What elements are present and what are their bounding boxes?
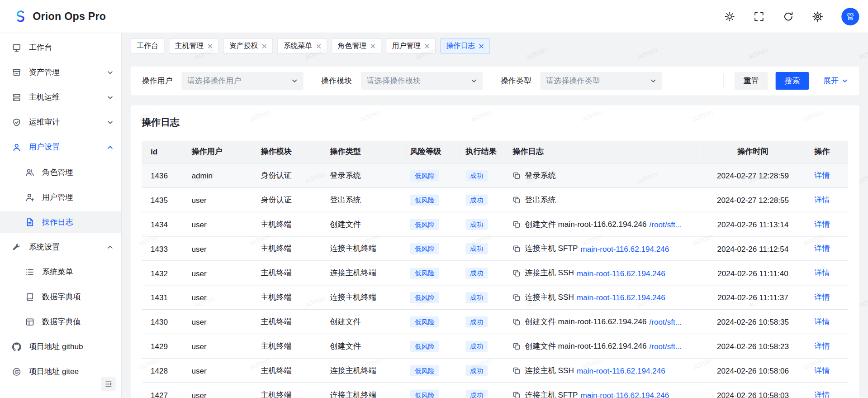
expand-label: 展开	[823, 76, 839, 86]
sidebar-item[interactable]: 系统设置	[0, 236, 121, 258]
risk-badge: 低风险	[410, 268, 439, 278]
cell-module: 身份认证	[252, 163, 321, 187]
sidebar-item[interactable]: 项目地址 github	[0, 336, 121, 358]
tab[interactable]: 系统菜单	[277, 38, 327, 53]
sidebar-item[interactable]: 操作日志	[0, 211, 121, 233]
tab[interactable]: 用户管理	[386, 38, 436, 53]
cell-id: 1436	[142, 163, 183, 187]
cell-module: 主机终端	[252, 383, 321, 398]
cell-module: 主机终端	[252, 261, 321, 285]
log-link[interactable]: main-root-116.62.194.246	[580, 244, 669, 253]
settings-icon[interactable]	[812, 11, 823, 22]
detail-link[interactable]: 详情	[814, 390, 830, 398]
column-header: id	[142, 141, 183, 163]
cell-time: 2024-02-27 12:28:55	[700, 187, 806, 212]
detail-link[interactable]: 详情	[814, 268, 830, 277]
sidebar-item[interactable]: 角色管理	[0, 161, 121, 183]
tab[interactable]: 操作日志	[440, 38, 490, 53]
cell-action: 详情	[806, 383, 848, 398]
tab-bar: 工作台主机管理资产授权系统菜单角色管理用户管理操作日志	[122, 33, 868, 58]
risk-badge: 低风险	[410, 243, 439, 254]
tab-close-icon[interactable]	[262, 43, 267, 48]
cell-risk: 低风险	[401, 236, 456, 261]
select-placeholder: 请选择操作用户	[187, 76, 242, 86]
search-button[interactable]: 搜索	[776, 72, 809, 90]
copy-icon[interactable]	[512, 172, 520, 179]
tab[interactable]: 主机管理	[169, 38, 218, 53]
detail-link[interactable]: 详情	[814, 316, 830, 326]
copy-icon[interactable]	[512, 391, 520, 398]
tab-label: 角色管理	[338, 41, 367, 51]
expand-toggle[interactable]: 展开	[823, 76, 848, 86]
cell-action: 详情	[806, 163, 848, 187]
copy-icon[interactable]	[512, 367, 520, 374]
sidebar-item[interactable]: 主机运维	[0, 86, 121, 109]
sidebar-item[interactable]: 工作台	[0, 37, 121, 59]
refresh-icon[interactable]	[783, 11, 794, 22]
tab-close-icon[interactable]	[208, 43, 213, 48]
risk-badge: 低风险	[410, 389, 439, 398]
detail-link[interactable]: 详情	[814, 365, 830, 374]
cell-result: 成功	[457, 261, 504, 285]
tab-close-icon[interactable]	[425, 43, 430, 48]
avatar[interactable]: 管	[841, 8, 859, 25]
detail-link[interactable]: 详情	[814, 244, 830, 253]
copy-icon[interactable]	[512, 293, 520, 301]
filter-fields: 操作用户请选择操作用户操作模块请选择操作模块操作类型请选择操作类型	[142, 72, 680, 90]
copy-icon[interactable]	[512, 245, 520, 252]
log-link[interactable]: main-root-116.62.194.246	[577, 293, 665, 302]
result-badge: 成功	[465, 194, 488, 205]
column-header: 操作模块	[252, 141, 321, 163]
log-link[interactable]: main-root-116.62.194.246	[577, 366, 665, 375]
cell-module: 主机终端	[252, 310, 321, 334]
cell-id: 1432	[142, 261, 183, 285]
copy-icon[interactable]	[512, 318, 520, 326]
log-link[interactable]: /root/sft...	[650, 342, 682, 351]
tab-close-icon[interactable]	[316, 43, 321, 48]
sidebar-item[interactable]: 用户管理	[0, 186, 121, 208]
detail-link[interactable]: 详情	[814, 170, 830, 179]
sidebar-item[interactable]: 资产管理	[0, 62, 121, 84]
cell-type: 创建文件	[321, 212, 401, 236]
reset-button[interactable]: 重置	[735, 72, 768, 90]
copy-icon[interactable]	[512, 221, 520, 228]
log-link[interactable]: main-root-116.62.194.246	[580, 390, 669, 398]
theme-icon[interactable]	[724, 11, 735, 22]
copy-icon[interactable]	[512, 269, 520, 277]
filter-select[interactable]: 请选择操作类型	[541, 72, 662, 90]
filter-select[interactable]: 请选择操作模块	[361, 72, 483, 90]
copy-icon[interactable]	[512, 342, 520, 350]
detail-link[interactable]: 详情	[814, 219, 830, 228]
sidebar-item[interactable]: 系统菜单	[0, 261, 121, 283]
fullscreen-icon[interactable]	[754, 11, 764, 22]
detail-link[interactable]: 详情	[814, 195, 830, 204]
cell-log: 创建文件 main-root-116.62.194.246/root/sft..…	[504, 212, 700, 236]
tab[interactable]: 工作台	[131, 38, 165, 53]
detail-link[interactable]: 详情	[814, 341, 830, 350]
cell-action: 详情	[806, 187, 848, 212]
detail-link[interactable]: 详情	[814, 293, 830, 302]
log-link[interactable]: /root/sft...	[650, 317, 682, 326]
sidebar-item[interactable]: 用户设置	[0, 136, 121, 158]
tab[interactable]: 资产授权	[223, 38, 273, 53]
sidebar-item-label: 主机运维	[29, 92, 107, 102]
cell-type: 连接主机终端	[321, 236, 401, 261]
sidebar-item[interactable]: 数据字典项	[0, 286, 121, 308]
cell-risk: 低风险	[401, 334, 456, 358]
cell-id: 1435	[142, 187, 183, 212]
sidebar-item[interactable]: 运维审计	[0, 111, 121, 134]
sidebar-item[interactable]: 数据字典值	[0, 311, 121, 333]
log-link[interactable]: main-root-116.62.194.246	[577, 269, 665, 278]
tab[interactable]: 角色管理	[332, 38, 381, 53]
table-row: 1429user主机终端创建文件低风险成功创建文件 main-root-116.…	[142, 334, 848, 358]
result-badge: 成功	[465, 170, 488, 181]
filter-select[interactable]: 请选择操作用户	[181, 72, 303, 90]
tab-close-icon[interactable]	[370, 43, 375, 48]
sidebar-collapse-button[interactable]	[101, 377, 116, 391]
log-link[interactable]: /root/sft...	[650, 220, 682, 229]
risk-badge: 低风险	[410, 219, 439, 230]
filter-field-label: 操作类型	[500, 76, 531, 86]
app-header: Orion Ops Pro 管	[0, 0, 868, 33]
copy-icon[interactable]	[512, 196, 520, 204]
tab-close-icon[interactable]	[479, 43, 484, 48]
